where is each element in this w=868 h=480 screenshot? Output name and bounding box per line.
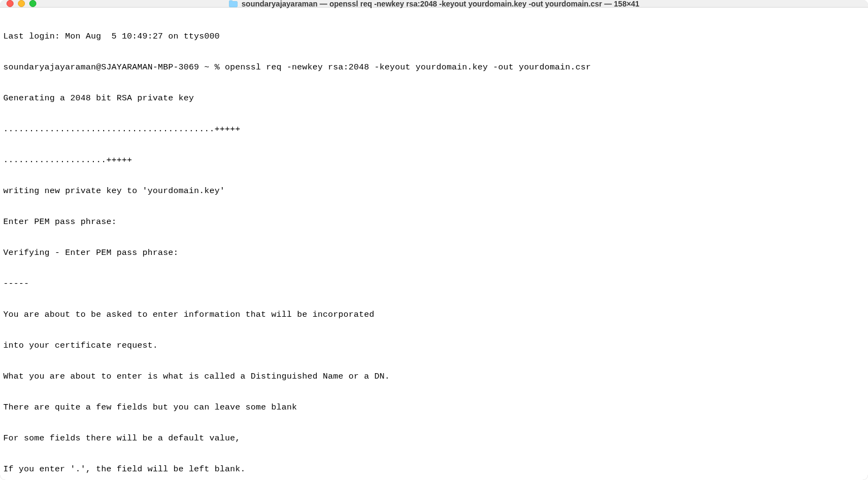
terminal-window: soundaryajayaraman — openssl req -newkey… (0, 0, 868, 480)
traffic-lights (7, 0, 36, 7)
terminal-line: writing new private key to 'yourdomain.k… (3, 186, 865, 196)
terminal-line: Last login: Mon Aug 5 10:49:27 on ttys00… (3, 31, 865, 42)
terminal-body[interactable]: Last login: Mon Aug 5 10:49:27 on ttys00… (0, 8, 868, 480)
terminal-line: ----- (3, 279, 865, 289)
window-title: soundaryajayaraman — openssl req -newkey… (241, 0, 639, 8)
terminal-line: If you enter '.', the field will be left… (3, 464, 865, 475)
terminal-line: into your certificate request. (3, 341, 865, 351)
terminal-line: Verifying - Enter PEM pass phrase: (3, 248, 865, 258)
terminal-line: What you are about to enter is what is c… (3, 372, 865, 382)
terminal-line: Enter PEM pass phrase: (3, 217, 865, 227)
terminal-line: There are quite a few fields but you can… (3, 402, 865, 413)
terminal-line: For some fields there will be a default … (3, 433, 865, 444)
maximize-button[interactable] (29, 0, 36, 7)
terminal-line: You are about to be asked to enter infor… (3, 310, 865, 320)
folder-icon (228, 0, 238, 8)
terminal-line: soundaryajayaraman@SJAYARAMAN-MBP-3069 ~… (3, 62, 865, 73)
terminal-line: Generating a 2048 bit RSA private key (3, 93, 865, 104)
title-wrap: soundaryajayaraman — openssl req -newkey… (0, 0, 868, 8)
minimize-button[interactable] (18, 0, 25, 7)
terminal-line: ........................................… (3, 124, 865, 135)
close-button[interactable] (7, 0, 14, 7)
titlebar: soundaryajayaraman — openssl req -newkey… (0, 0, 868, 8)
terminal-line: ....................+++++ (3, 155, 865, 165)
